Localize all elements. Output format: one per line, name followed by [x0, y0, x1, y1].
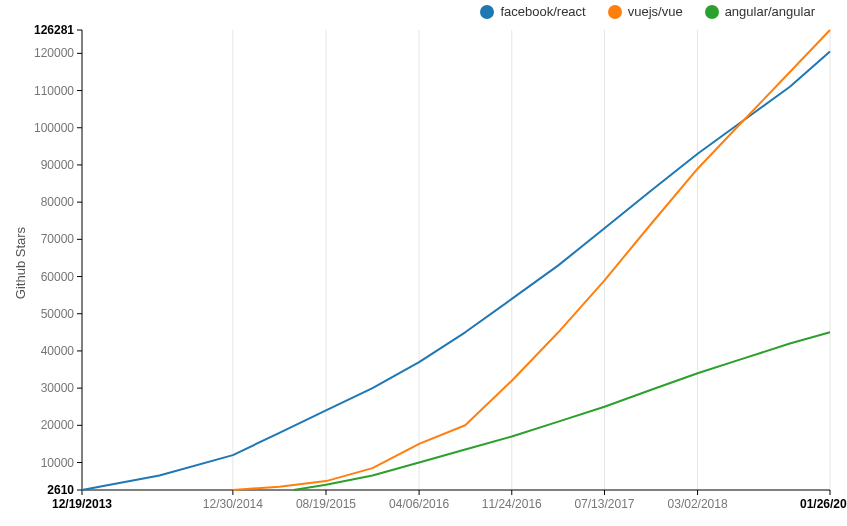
y-tick-label: 60000 [41, 270, 75, 284]
legend-item-vue: vuejs/vue [608, 4, 683, 19]
legend-label: angular/angular [725, 4, 815, 19]
y-tick-label: 120000 [34, 46, 74, 60]
y-tick-label: 10000 [41, 456, 75, 470]
y-tick-label: 40000 [41, 344, 75, 358]
y-tick-label: 20000 [41, 418, 75, 432]
x-tick-label: 08/19/2015 [296, 497, 356, 511]
y-tick-label: 110000 [34, 84, 74, 98]
y-tick-label: 2610 [47, 483, 74, 497]
x-tick-label: 01/26/2019 [800, 497, 847, 511]
legend-label: vuejs/vue [628, 4, 683, 19]
legend-dot-icon [480, 5, 494, 19]
legend-item-react: facebook/react [480, 4, 585, 19]
y-tick-label: 90000 [41, 158, 75, 172]
y-tick-label: 100000 [34, 121, 74, 135]
series-line [82, 52, 830, 491]
x-tick-label: 03/02/2018 [668, 497, 728, 511]
line-chart: 2610100002000030000400005000060000700008… [0, 0, 847, 526]
x-tick-label: 04/06/2016 [389, 497, 449, 511]
legend-dot-icon [705, 5, 719, 19]
y-tick-label: 126281 [34, 23, 74, 37]
x-tick-label: 07/13/2017 [574, 497, 634, 511]
y-tick-label: 30000 [41, 381, 75, 395]
x-tick-label: 12/30/2014 [203, 497, 263, 511]
chart-container: facebook/react vuejs/vue angular/angular… [0, 0, 847, 526]
legend: facebook/react vuejs/vue angular/angular [480, 4, 815, 19]
y-tick-label: 80000 [41, 195, 75, 209]
y-tick-label: 70000 [41, 232, 75, 246]
y-tick-label: 50000 [41, 307, 75, 321]
x-tick-label: 11/24/2016 [482, 497, 542, 511]
legend-dot-icon [608, 5, 622, 19]
legend-item-angular: angular/angular [705, 4, 815, 19]
series-line [233, 30, 830, 490]
x-tick-label: 12/19/2013 [52, 497, 112, 511]
y-axis-label: Github Stars [13, 227, 28, 299]
legend-label: facebook/react [500, 4, 585, 19]
